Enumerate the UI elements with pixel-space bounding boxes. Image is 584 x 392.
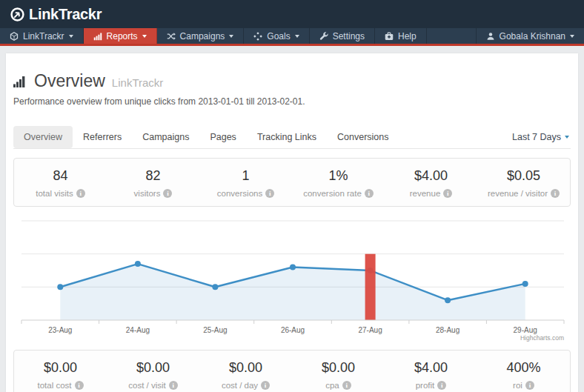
info-icon[interactable]: i	[365, 189, 374, 198]
nav-item-label: Goals	[267, 31, 290, 41]
info-icon[interactable]: i	[437, 381, 446, 390]
x-axis-label: 27-Aug	[358, 326, 382, 334]
caret-down-icon	[565, 136, 569, 139]
tab-pages[interactable]: Pages	[199, 126, 246, 148]
tab-referrers[interactable]: Referrers	[73, 126, 132, 148]
stat-value: $0.00	[44, 360, 77, 376]
stat-label: cpai	[325, 381, 351, 390]
date-range-label: Last 7 Days	[512, 132, 561, 142]
info-icon[interactable]: i	[342, 381, 351, 390]
stat-label: total visitsi	[36, 189, 85, 198]
visits-point[interactable]	[522, 281, 528, 287]
info-icon[interactable]: i	[525, 381, 534, 390]
stat-label-text: revenue	[410, 189, 441, 198]
stat-label-text: profit	[416, 381, 435, 390]
caret-down-icon	[570, 35, 574, 38]
tab-campaigns[interactable]: Campaigns	[132, 126, 199, 148]
tabs-bar: OverviewReferrersCampaignsPagesTracking …	[13, 126, 571, 149]
info-icon[interactable]: i	[75, 381, 84, 390]
visits-point[interactable]	[57, 284, 63, 290]
nav-item-linktrackr[interactable]: LinkTrackr	[0, 28, 84, 44]
goals-icon	[253, 32, 262, 41]
stat-roi: 400%roii	[477, 360, 570, 392]
wrench-icon	[319, 32, 328, 41]
stat-profit: $4.00profiti	[385, 360, 477, 392]
caret-down-icon	[295, 35, 299, 38]
stat-label-text: revenue / visitor	[488, 189, 548, 198]
nav-item-label: Help	[398, 31, 417, 41]
nav-item-label: Campaigns	[180, 31, 225, 41]
nav-item-label: Reports	[107, 31, 138, 41]
nav-item-help[interactable]: Help	[375, 28, 427, 44]
stat-label-text: cost / day	[222, 381, 258, 390]
info-icon[interactable]: i	[443, 189, 452, 198]
stat-value: $0.00	[229, 360, 262, 376]
conversions-bar[interactable]	[365, 254, 376, 320]
visits-chart: 23-Aug24-Aug25-Aug26-Aug27-Aug28-Aug29-A…	[13, 212, 571, 344]
stat-value: 400%	[506, 360, 540, 376]
page-title: Overview	[34, 71, 105, 91]
chart-credit[interactable]: Highcharts.com	[520, 334, 564, 342]
tab-conversions[interactable]: Conversions	[327, 126, 399, 148]
stat-cpa: $0.00cpai	[292, 360, 385, 392]
stat-label: conversionsi	[217, 189, 274, 198]
nav-right: Gobala Krishnan	[476, 28, 584, 44]
visits-point[interactable]	[212, 284, 218, 290]
bar-chart-icon	[93, 32, 102, 41]
page-title-suffix: LinkTrackr	[112, 76, 163, 89]
tab-overview[interactable]: Overview	[13, 126, 73, 148]
stats-row-bottom: $0.00total costi$0.00cost / visiti$0.00c…	[13, 350, 571, 392]
stat-label: profiti	[416, 381, 447, 390]
stat-conversions: 1conversionsi	[199, 168, 292, 198]
stat-label-text: conversion rate	[303, 189, 362, 198]
info-icon[interactable]: i	[265, 189, 274, 198]
info-icon[interactable]: i	[76, 189, 85, 198]
visits-point[interactable]	[445, 297, 451, 303]
linktrackr-logo-icon	[10, 7, 25, 22]
stat-value: $0.00	[136, 360, 170, 376]
page-subtitle: Performance overview from unique clicks …	[13, 96, 571, 107]
tabs: OverviewReferrersCampaignsPagesTracking …	[13, 126, 399, 148]
info-icon[interactable]: i	[169, 381, 178, 390]
stat-cost-day: $0.00cost / dayi	[199, 360, 292, 392]
stat-label-text: cost / visit	[128, 381, 165, 390]
x-axis-label: 25-Aug	[203, 326, 227, 334]
chart-canvas: 23-Aug24-Aug25-Aug26-Aug27-Aug28-Aug29-A…	[13, 212, 565, 344]
info-icon[interactable]: i	[261, 381, 270, 390]
nav-item-campaigns[interactable]: Campaigns	[157, 28, 245, 44]
visits-point[interactable]	[135, 261, 141, 267]
stat-conversion-rate: 1%conversion ratei	[292, 168, 385, 198]
stat-value: $0.00	[322, 360, 355, 376]
stat-value: $4.00	[414, 168, 448, 184]
overview-chart-icon	[13, 74, 27, 90]
stat-label-text: conversions	[217, 189, 262, 198]
nav-item-label: LinkTrackr	[23, 31, 64, 41]
stat-label: conversion ratei	[303, 189, 374, 198]
nav-item-reports[interactable]: Reports	[84, 28, 157, 44]
stats-row-top: 84total visitsi82visitorsi1conversionsi1…	[13, 158, 571, 207]
nav-item-label: Settings	[333, 31, 365, 41]
user-menu[interactable]: Gobala Krishnan	[476, 28, 584, 44]
stat-value: $4.00	[414, 360, 448, 376]
stat-revenue: $4.00revenuei	[385, 168, 477, 198]
info-icon[interactable]: i	[551, 189, 560, 198]
nav-item-goals[interactable]: Goals	[244, 28, 309, 44]
stat-value: 1%	[328, 168, 348, 184]
visits-point[interactable]	[290, 265, 296, 270]
stat-label: cost / dayi	[222, 381, 270, 390]
stat-cost-visit: $0.00cost / visiti	[107, 360, 199, 392]
x-axis-label: 29-Aug	[514, 326, 537, 334]
cube-icon	[10, 32, 19, 41]
date-range-selector[interactable]: Last 7 Days	[512, 132, 571, 142]
app-header: LinkTrackr LinkTrackrReportsCampaignsGoa…	[0, 0, 584, 46]
brand-name: LinkTrackr	[29, 6, 102, 23]
caret-down-icon	[229, 35, 233, 38]
nav-item-settings[interactable]: Settings	[310, 28, 375, 44]
stat-label: revenue / visitori	[488, 189, 560, 198]
stat-label: roii	[513, 381, 534, 390]
tab-tracking-links[interactable]: Tracking Links	[247, 126, 327, 148]
stat-label: revenuei	[410, 189, 453, 198]
page-header: Overview LinkTrackr Performance overview…	[13, 53, 571, 107]
user-name: Gobala Krishnan	[500, 31, 565, 41]
info-icon[interactable]: i	[163, 189, 172, 198]
